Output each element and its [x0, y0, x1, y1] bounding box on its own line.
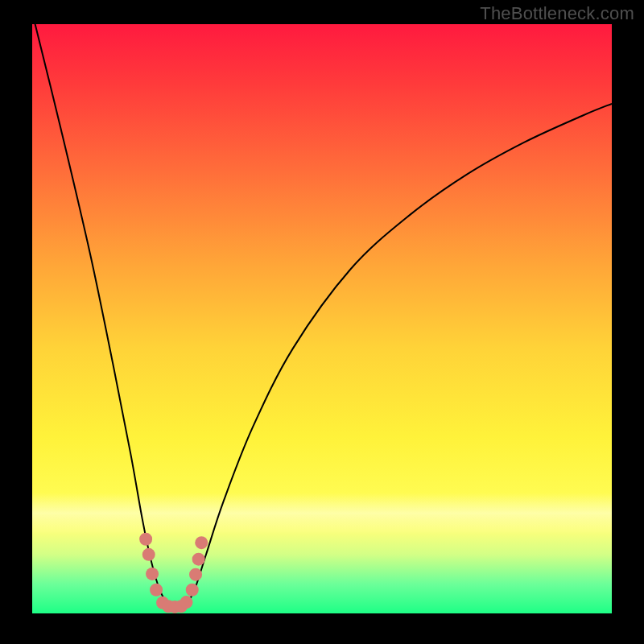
chart-svg: [32, 24, 612, 613]
trough-marker: [189, 568, 202, 581]
watermark-text: TheBottleneck.com: [480, 3, 634, 24]
bottleneck-curve: [32, 24, 612, 608]
chart-frame: TheBottleneck.com: [0, 0, 644, 644]
trough-marker: [139, 533, 152, 546]
trough-marker: [192, 553, 205, 566]
plot-area: [32, 24, 612, 613]
trough-marker: [146, 568, 159, 580]
trough-marker: [180, 596, 193, 609]
trough-marker: [195, 536, 208, 549]
trough-marker: [186, 584, 199, 597]
marker-group: [139, 533, 208, 613]
trough-marker: [142, 548, 155, 561]
trough-marker: [150, 584, 163, 597]
